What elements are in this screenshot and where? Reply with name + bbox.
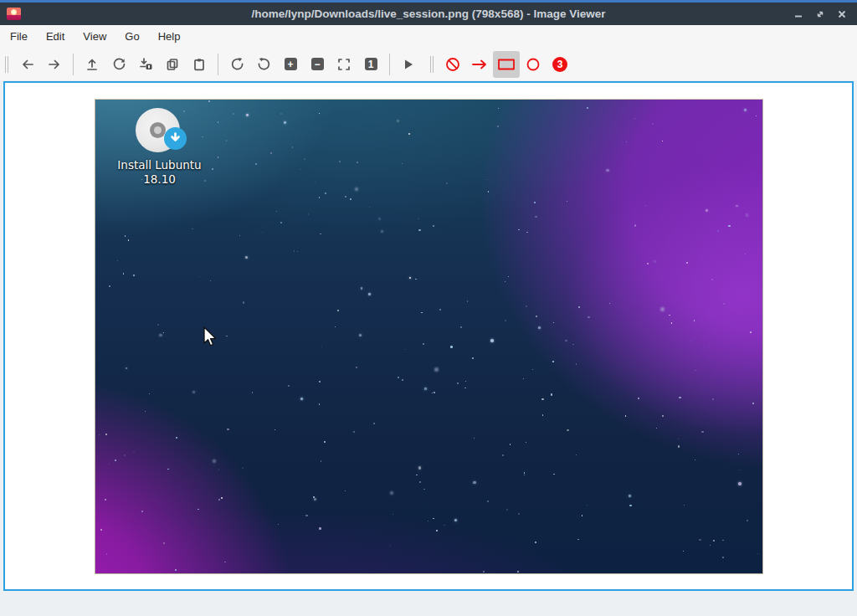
minimize-button[interactable] xyxy=(793,9,803,19)
annotation-arrow-button[interactable] xyxy=(466,51,493,78)
rotate-clockwise-button[interactable] xyxy=(223,51,250,78)
zoom-fit-button[interactable] xyxy=(331,51,357,78)
copy-button[interactable] xyxy=(159,51,186,78)
annotation-none-button[interactable] xyxy=(439,51,466,78)
close-button[interactable] xyxy=(837,9,847,19)
app-icon xyxy=(7,8,21,20)
desktop-icon-label: Install Lubuntu 18.10 xyxy=(97,158,223,187)
reload-button[interactable] xyxy=(105,51,132,78)
window-title: /home/lynp/Downloads/live_session.png (7… xyxy=(0,8,857,20)
app-icon-sun xyxy=(11,9,17,15)
paste-button[interactable] xyxy=(186,51,213,78)
desktop-icon-label-line1: Install Lubuntu xyxy=(97,158,223,172)
toolbar-separator xyxy=(389,54,390,75)
toolbar-drag-handle[interactable] xyxy=(5,56,10,73)
zoom-in-button[interactable]: + xyxy=(277,51,304,78)
titlebar[interactable]: /home/lynp/Downloads/live_session.png (7… xyxy=(0,0,857,25)
menu-edit[interactable]: Edit xyxy=(37,25,74,48)
download-arrow-badge xyxy=(164,127,187,150)
mouse-cursor xyxy=(203,326,218,352)
displayed-image[interactable]: Install Lubuntu 18.10 xyxy=(95,99,763,574)
annotation-toolbar-drag-handle[interactable] xyxy=(430,56,435,73)
zoom-out-icon: − xyxy=(311,58,324,70)
zoom-original-button[interactable]: 1 xyxy=(357,51,384,78)
maximize-button[interactable] xyxy=(815,9,825,19)
zoom-out-button[interactable]: − xyxy=(304,51,331,78)
zoom-in-icon: + xyxy=(285,58,297,70)
menu-view[interactable]: View xyxy=(74,25,115,48)
upload-button[interactable] xyxy=(79,51,105,78)
image-canvas[interactable]: Install Lubuntu 18.10 xyxy=(3,81,854,591)
desktop-icon-label-line2: 18.10 xyxy=(97,172,223,187)
forward-button[interactable] xyxy=(41,51,68,78)
annotation-circle-button[interactable] xyxy=(520,51,547,78)
rotate-counterclockwise-button[interactable] xyxy=(250,51,277,78)
back-button[interactable] xyxy=(14,51,41,78)
annotation-number-icon: 3 xyxy=(552,57,567,72)
menu-file[interactable]: File xyxy=(1,25,37,48)
menubar: File Edit View Go Help xyxy=(0,25,857,48)
annotation-number-button[interactable]: 3 xyxy=(547,51,573,78)
save-capture-button[interactable] xyxy=(132,51,159,78)
cd-hole xyxy=(150,122,166,138)
toolbar-separator xyxy=(218,54,218,75)
menu-go[interactable]: Go xyxy=(115,25,148,48)
zoom-original-icon: 1 xyxy=(365,58,377,70)
bottom-strip xyxy=(0,593,857,613)
toolbar: + − 1 3 xyxy=(0,48,857,80)
viewer-frame: Install Lubuntu 18.10 xyxy=(0,80,857,593)
toolbar-separator xyxy=(73,54,74,75)
menu-help[interactable]: Help xyxy=(149,25,190,48)
slideshow-play-button[interactable] xyxy=(395,51,422,78)
annotation-rectangle-button[interactable] xyxy=(493,51,520,78)
